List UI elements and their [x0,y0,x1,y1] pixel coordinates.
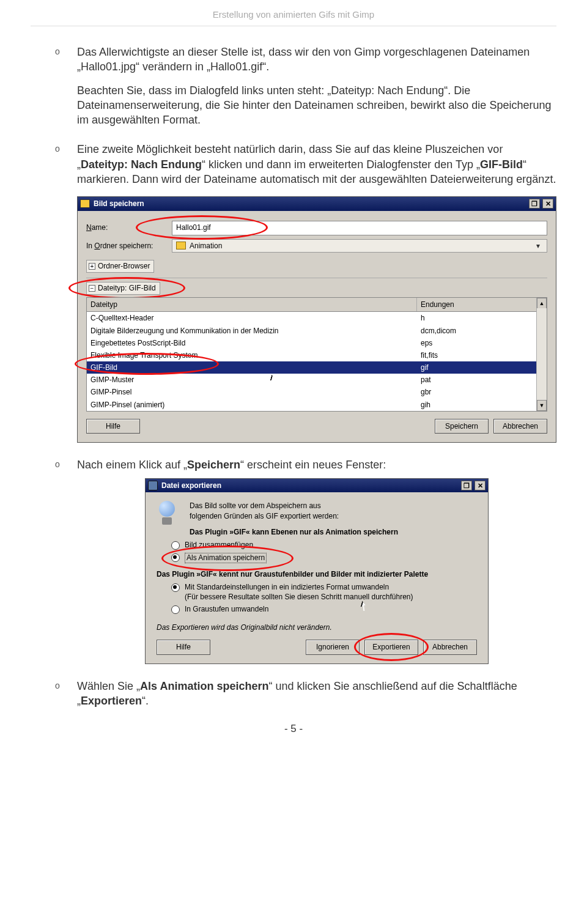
folder-combo[interactable]: Animation ▾ [172,239,547,253]
help-button[interactable]: Hilfe [157,640,210,654]
folder-label: In Ordner speichern: [86,241,172,251]
header-rule [31,26,556,26]
close-button[interactable]: ✕ [542,199,553,209]
lightbulb-icon [157,501,181,529]
radio-icon [171,553,180,562]
filetype-header: Dateityp Endungen [87,298,547,312]
restore-button[interactable]: ❐ [529,199,540,209]
para-1: Das Allerwichtigste an dieser Stelle ist… [77,46,530,73]
filetype-row-selected[interactable]: GIF-Bildgif [87,361,547,374]
restore-button[interactable]: ❐ [461,481,472,490]
folder-browser-toggle[interactable]: +Ordner-Browser [86,260,154,273]
radio-icon [171,605,180,614]
folder-icon [80,199,90,208]
export-intro: Das Bild sollte vor dem Abspeichern aus … [190,501,477,520]
export-note: Das Exportieren wird das Originalbild ni… [157,623,477,632]
name-label: Name: [86,223,172,232]
help-button[interactable]: Hilfe [86,419,140,434]
filename-input[interactable]: Hallo01.gif [172,221,547,235]
filetype-row[interactable]: GIMP-Pinsel (animiert)gih [87,399,547,411]
filetype-row[interactable]: GIMP-Pinselgbr [87,386,547,398]
option-indexed[interactable]: Mit Standardeinstellungen in ein indizie… [171,583,477,602]
scrollbar[interactable]: ▲ ▼ [536,298,547,411]
gimp-icon [148,481,158,490]
para-2: Beachten Sie, dass im Dialogfeld links u… [77,84,551,127]
export-section-1: Das Plugin »GIF« kann Ebenen nur als Ani… [157,527,477,537]
page-number: - 5 - [31,723,556,735]
ignore-button[interactable]: Ignorieren [306,640,360,654]
bullet-2: Eine zweite Möglichkeit besteht natürlic… [55,142,556,443]
cancel-button[interactable]: Abbrechen [493,419,547,434]
export-dialog-title: Datei exportieren [161,481,221,490]
filetype-list[interactable]: Dateityp Endungen C-Quelltext-Headerh Di… [86,297,547,412]
cursor-icon [361,601,369,612]
page-header: Erstellung von animierten Gifs mit Gimp [31,9,556,20]
cancel-button[interactable]: Abbrechen [423,640,477,654]
filetype-row[interactable]: Flexible Image Transport Systemfit,fits [87,349,547,361]
radio-icon [171,583,180,592]
filetype-row[interactable]: Digitale Bilderzeugung und Kommunikation… [87,325,547,337]
filetype-toggle[interactable]: −Dateityp: GIF-Bild [86,282,160,295]
filetype-row[interactable]: Eingebettetes PostScript-Bildeps [87,337,547,349]
bullet-3: Nach einem Klick auf „Speichern“ erschei… [55,457,556,664]
bullet-1: Das Allerwichtigste an dieser Stelle ist… [55,45,556,127]
scroll-up-icon[interactable]: ▲ [537,298,547,308]
scroll-down-icon[interactable]: ▼ [537,400,547,411]
option-animation[interactable]: Als Animation speichern [171,553,477,564]
folder-icon [176,242,186,249]
save-button[interactable]: Speichern [435,419,489,434]
save-dialog-titlebar: Bild speichern ❐ ✕ [78,197,556,210]
export-dialog: Datei exportieren ❐ ✕ Das Bild sollte vo… [145,478,489,663]
option-grayscale[interactable]: In Graustufen umwandeln [171,605,477,615]
save-dialog: Bild speichern ❐ ✕ Name: Hallo01.gif In [77,196,556,443]
option-merge[interactable]: Bild zusammenfügen [171,541,477,550]
close-button[interactable]: ✕ [474,481,485,490]
radio-icon [171,541,180,550]
chevron-down-icon: ▾ [533,241,543,251]
filetype-row[interactable]: GIMP-Musterpat [87,374,547,386]
bullet-4: Wählen Sie „Als Animation speichern“ und… [55,679,556,709]
bullet-list: Das Allerwichtigste an dieser Stelle ist… [55,45,556,708]
export-dialog-titlebar: Datei exportieren ❐ ✕ [146,479,488,492]
save-dialog-title: Bild speichern [94,199,144,209]
filetype-row[interactable]: C-Quelltext-Headerh [87,312,547,324]
export-button[interactable]: Exportieren [364,640,418,654]
export-section-2: Das Plugin »GIF« kennt nur Graustufenbil… [157,569,477,579]
